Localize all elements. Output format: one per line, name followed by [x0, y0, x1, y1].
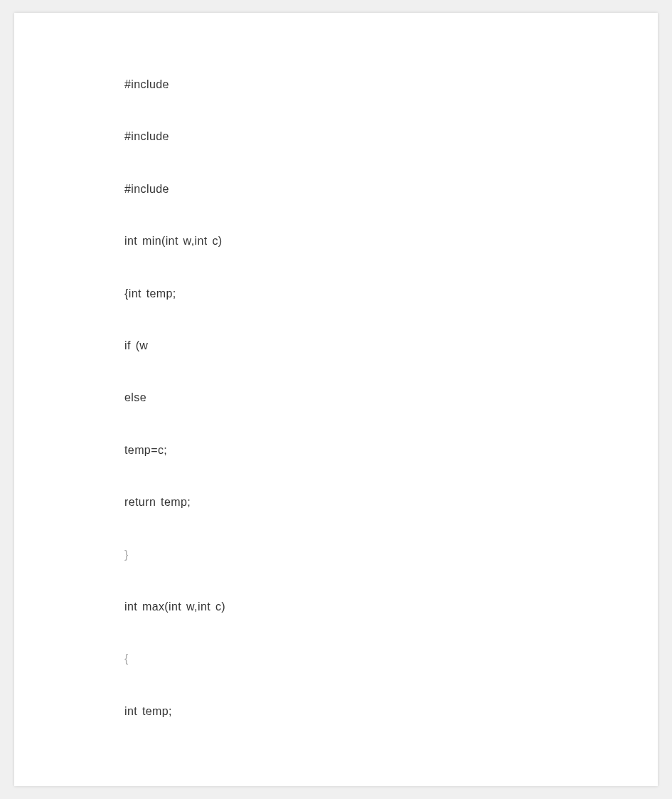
- code-line: {int temp;: [124, 286, 601, 302]
- code-line: temp=c;: [124, 443, 601, 458]
- code-line: else: [124, 390, 601, 406]
- code-line: #include: [124, 181, 601, 197]
- document-page: #include #include #include int min(int w…: [14, 13, 658, 786]
- code-line: int min(int w,int c): [124, 233, 601, 249]
- code-line: if (w: [124, 338, 601, 354]
- code-line: #include: [124, 77, 601, 92]
- code-line: int temp;: [124, 704, 601, 719]
- code-line: int max(int w,int c): [124, 599, 601, 615]
- code-line: }: [124, 547, 601, 563]
- code-line: {: [124, 651, 601, 667]
- code-line: #include: [124, 129, 601, 144]
- code-line: return temp;: [124, 494, 601, 510]
